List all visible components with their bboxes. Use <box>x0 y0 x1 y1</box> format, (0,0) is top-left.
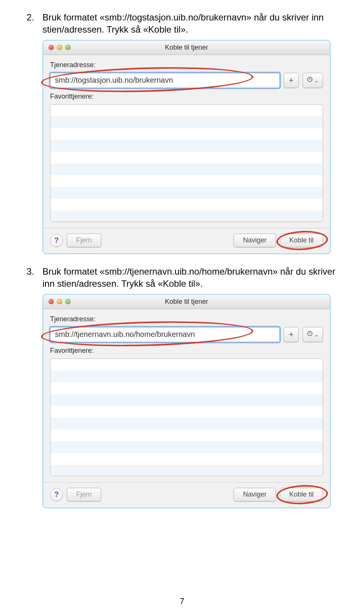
list-item <box>50 128 323 140</box>
list-item <box>50 465 323 476</box>
dialog-footer: ? Fjern Naviger Koble til <box>43 228 330 253</box>
minimize-icon[interactable] <box>57 45 62 50</box>
server-address-label: Tjeneradresse: <box>50 315 323 323</box>
list-item <box>50 116 323 128</box>
list-item <box>50 140 323 152</box>
step-text: Bruk formatet «smb://tjenernavn.uib.no/h… <box>42 266 337 290</box>
remove-label: Fjern <box>76 236 92 244</box>
address-row: smb://togstasjon.uib.no/brukernavn + ⌄ <box>50 73 323 88</box>
step-number: 2. <box>27 11 42 36</box>
favorite-servers-label: Favorittjenere: <box>50 93 323 101</box>
connect-to-server-dialog: Koble til tjener Tjeneradresse: smb://tj… <box>42 294 331 508</box>
dialog-body: Tjeneradresse: smb://tjenernavn.uib.no/h… <box>43 309 330 482</box>
list-item <box>50 406 323 418</box>
list-item <box>50 359 323 371</box>
list-item <box>50 187 323 199</box>
remove-label: Fjern <box>76 490 92 498</box>
list-item <box>50 382 323 394</box>
chevron-down-icon: ⌄ <box>314 332 319 338</box>
list-item <box>50 441 323 453</box>
history-button[interactable]: ⌄ <box>303 327 323 342</box>
list-item <box>50 418 323 429</box>
remove-button[interactable]: Fjern <box>67 488 101 501</box>
window-controls <box>43 45 71 50</box>
clock-icon <box>307 75 314 85</box>
window-controls <box>43 299 71 304</box>
connect-label: Koble til <box>289 236 314 244</box>
step-number: 3. <box>27 266 42 290</box>
list-item <box>50 429 323 441</box>
browse-button[interactable]: Naviger <box>234 234 276 247</box>
clock-icon <box>307 330 314 340</box>
server-address-value: smb://tjenernavn.uib.no/home/brukernavn <box>55 330 195 339</box>
connect-button[interactable]: Koble til <box>280 234 323 247</box>
dialog-2-wrap: Koble til tjener Tjeneradresse: smb://tj… <box>42 294 337 508</box>
window-title: Koble til tjener <box>43 44 330 52</box>
close-icon[interactable] <box>49 45 54 50</box>
minimize-icon[interactable] <box>57 299 62 304</box>
question-icon: ? <box>54 490 59 499</box>
question-icon: ? <box>54 236 59 245</box>
zoom-icon[interactable] <box>65 299 71 304</box>
server-address-input[interactable]: smb://tjenernavn.uib.no/home/brukernavn <box>50 327 280 342</box>
dialog-1-wrap: Koble til tjener Tjeneradresse: smb://to… <box>42 40 337 254</box>
list-item <box>50 163 323 175</box>
browse-label: Naviger <box>243 490 267 498</box>
dialog-body: Tjeneradresse: smb://togstasjon.uib.no/b… <box>43 55 330 228</box>
plus-icon: + <box>289 330 294 340</box>
favorite-servers-label: Favorittjenere: <box>50 347 323 355</box>
list-item <box>50 152 323 163</box>
list-item <box>50 105 323 116</box>
page-number: 7 <box>0 596 364 606</box>
server-address-value: smb://togstasjon.uib.no/brukernavn <box>55 76 173 85</box>
favorite-servers-list[interactable] <box>50 104 323 222</box>
connect-to-server-dialog: Koble til tjener Tjeneradresse: smb://to… <box>42 40 331 254</box>
list-item <box>50 175 323 187</box>
list-item <box>50 211 323 222</box>
server-address-label: Tjeneradresse: <box>50 61 323 69</box>
browse-button[interactable]: Naviger <box>234 488 276 501</box>
address-row: smb://tjenernavn.uib.no/home/brukernavn … <box>50 327 323 342</box>
add-favorite-button[interactable]: + <box>284 73 299 88</box>
plus-icon: + <box>289 75 294 85</box>
browse-label: Naviger <box>243 236 267 244</box>
instruction-step-2: 2. Bruk formatet «smb://togstasjon.uib.n… <box>27 11 337 36</box>
server-address-input[interactable]: smb://togstasjon.uib.no/brukernavn <box>50 73 280 88</box>
titlebar: Koble til tjener <box>43 41 330 55</box>
add-favorite-button[interactable]: + <box>284 327 299 342</box>
connect-button[interactable]: Koble til <box>280 488 323 501</box>
zoom-icon[interactable] <box>65 45 71 50</box>
window-title: Koble til tjener <box>43 298 330 306</box>
remove-button[interactable]: Fjern <box>67 234 101 247</box>
instruction-step-3: 3. Bruk formatet «smb://tjenernavn.uib.n… <box>27 266 337 290</box>
help-button[interactable]: ? <box>50 234 63 247</box>
connect-label: Koble til <box>289 490 314 498</box>
list-item <box>50 371 323 382</box>
chevron-down-icon: ⌄ <box>314 77 319 83</box>
dialog-footer: ? Fjern Naviger Koble til <box>43 482 330 508</box>
history-button[interactable]: ⌄ <box>303 73 323 88</box>
help-button[interactable]: ? <box>50 488 63 501</box>
favorite-servers-list[interactable] <box>50 358 323 476</box>
list-item <box>50 394 323 406</box>
step-text: Bruk formatet «smb://togstasjon.uib.no/b… <box>42 11 337 36</box>
list-item <box>50 453 323 465</box>
close-icon[interactable] <box>49 299 54 304</box>
list-item <box>50 199 323 211</box>
titlebar: Koble til tjener <box>43 295 330 309</box>
